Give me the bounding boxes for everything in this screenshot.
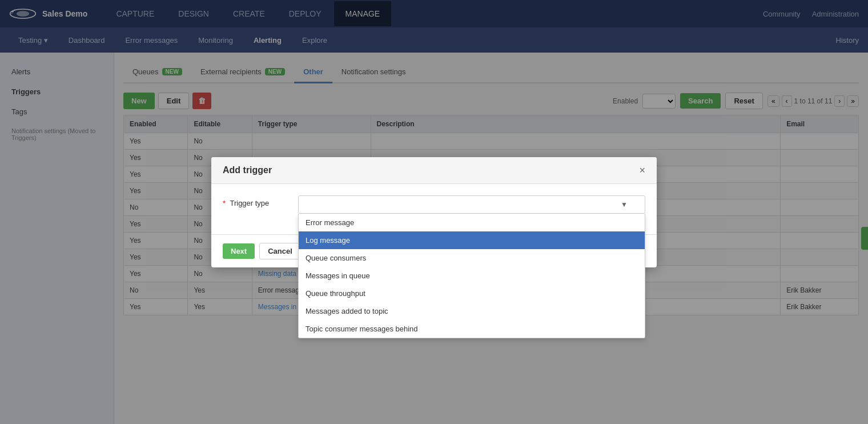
trigger-type-select-wrapper: ▼ Error message Log message Queue consum… xyxy=(298,195,645,214)
trigger-type-dropdown: Error message Log message Queue consumer… xyxy=(298,214,645,338)
modal-title: Add trigger xyxy=(223,165,272,175)
dropdown-item-queue-throughput[interactable]: Queue throughput xyxy=(299,285,645,302)
next-button[interactable]: Next xyxy=(223,243,255,259)
dropdown-item-queue-consumers[interactable]: Queue consumers xyxy=(299,249,645,267)
dropdown-item-log-message[interactable]: Log message xyxy=(299,231,645,249)
dropdown-item-topic-consumer-messages-behind[interactable]: Topic consumer messages behind xyxy=(299,320,645,338)
trigger-type-label: * Trigger type xyxy=(223,195,291,207)
dropdown-item-messages-in-queue[interactable]: Messages in queue xyxy=(299,267,645,285)
dropdown-item-error-message[interactable]: Error message xyxy=(299,214,645,231)
chevron-down-icon: ▼ xyxy=(621,201,628,209)
modal-close-button[interactable]: × xyxy=(639,165,645,175)
dropdown-item-messages-added-to-topic[interactable]: Messages added to topic xyxy=(299,302,645,320)
cancel-button[interactable]: Cancel xyxy=(259,243,301,259)
trigger-type-form-group: * Trigger type ▼ Error message Log messa… xyxy=(223,195,645,214)
add-trigger-modal: Add trigger × * Trigger type ▼ Error mes… xyxy=(211,157,657,267)
modal-body: * Trigger type ▼ Error message Log messa… xyxy=(211,184,657,234)
modal-overlay[interactable]: Add trigger × * Trigger type ▼ Error mes… xyxy=(0,0,868,424)
trigger-type-select[interactable]: ▼ xyxy=(298,195,645,214)
modal-header: Add trigger × xyxy=(211,157,657,184)
required-indicator: * xyxy=(223,199,226,207)
